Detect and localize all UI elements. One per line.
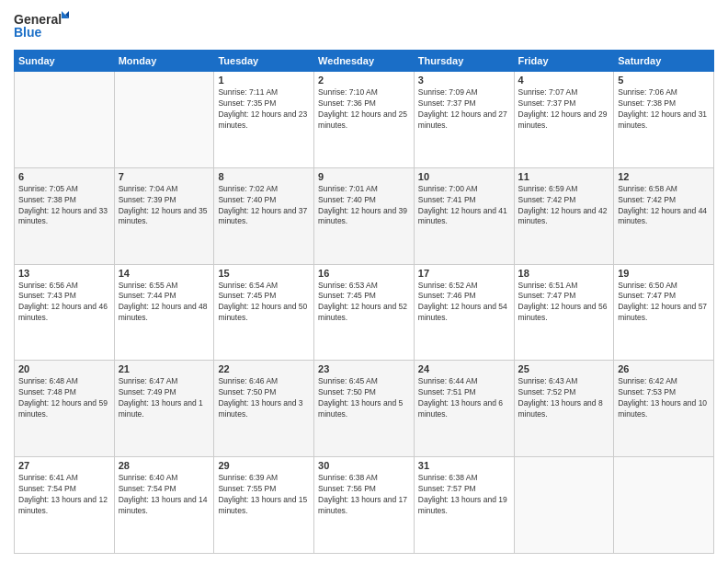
- day-number: 22: [218, 363, 310, 374]
- page: General Blue SundayMondayTuesdayWednesda…: [0, 0, 728, 563]
- day-number: 19: [618, 268, 710, 279]
- calendar-cell: 10Sunrise: 7:00 AM Sunset: 7:41 PM Dayli…: [414, 167, 514, 264]
- calendar-cell: 6Sunrise: 7:05 AM Sunset: 7:38 PM Daylig…: [15, 167, 115, 264]
- calendar-cell: 1Sunrise: 7:11 AM Sunset: 7:35 PM Daylig…: [214, 72, 314, 168]
- day-info: Sunrise: 6:38 AM Sunset: 7:57 PM Dayligh…: [418, 473, 510, 517]
- calendar-cell: 9Sunrise: 7:01 AM Sunset: 7:40 PM Daylig…: [314, 167, 415, 264]
- day-info: Sunrise: 7:06 AM Sunset: 7:38 PM Dayligh…: [618, 87, 710, 132]
- day-info: Sunrise: 6:56 AM Sunset: 7:43 PM Dayligh…: [18, 281, 110, 325]
- day-info: Sunrise: 6:40 AM Sunset: 7:54 PM Dayligh…: [119, 473, 210, 517]
- logo: General Blue: [14, 9, 69, 42]
- calendar-header-thursday: Thursday: [414, 51, 514, 72]
- calendar-cell: 18Sunrise: 6:51 AM Sunset: 7:47 PM Dayli…: [514, 264, 614, 361]
- day-info: Sunrise: 7:00 AM Sunset: 7:41 PM Dayligh…: [418, 184, 510, 228]
- day-number: 14: [119, 268, 210, 279]
- day-info: Sunrise: 6:39 AM Sunset: 7:55 PM Dayligh…: [218, 473, 310, 517]
- day-info: Sunrise: 6:48 AM Sunset: 7:48 PM Dayligh…: [18, 376, 110, 420]
- day-info: Sunrise: 6:41 AM Sunset: 7:54 PM Dayligh…: [18, 473, 110, 517]
- day-number: 31: [418, 460, 510, 471]
- day-info: Sunrise: 6:50 AM Sunset: 7:47 PM Dayligh…: [618, 281, 710, 325]
- calendar-header-monday: Monday: [114, 51, 214, 72]
- calendar-week-row: 20Sunrise: 6:48 AM Sunset: 7:48 PM Dayli…: [15, 361, 714, 457]
- day-info: Sunrise: 6:45 AM Sunset: 7:50 PM Dayligh…: [318, 376, 410, 420]
- calendar: SundayMondayTuesdayWednesdayThursdayFrid…: [14, 50, 714, 554]
- day-number: 3: [418, 75, 510, 86]
- calendar-cell: 20Sunrise: 6:48 AM Sunset: 7:48 PM Dayli…: [15, 361, 115, 457]
- calendar-cell: 13Sunrise: 6:56 AM Sunset: 7:43 PM Dayli…: [15, 264, 115, 361]
- calendar-cell: 2Sunrise: 7:10 AM Sunset: 7:36 PM Daylig…: [314, 72, 415, 168]
- day-number: 24: [418, 363, 510, 374]
- calendar-cell: [15, 72, 115, 168]
- calendar-cell: 31Sunrise: 6:38 AM Sunset: 7:57 PM Dayli…: [414, 457, 514, 554]
- day-number: 18: [518, 268, 610, 279]
- calendar-cell: 4Sunrise: 7:07 AM Sunset: 7:37 PM Daylig…: [514, 72, 614, 168]
- calendar-cell: 29Sunrise: 6:39 AM Sunset: 7:55 PM Dayli…: [214, 457, 314, 554]
- calendar-cell: 26Sunrise: 6:42 AM Sunset: 7:53 PM Dayli…: [614, 361, 714, 457]
- day-number: 26: [618, 363, 710, 374]
- calendar-cell: [114, 72, 214, 168]
- calendar-week-row: 27Sunrise: 6:41 AM Sunset: 7:54 PM Dayli…: [15, 457, 714, 554]
- calendar-header-sunday: Sunday: [15, 51, 115, 72]
- logo-svg: General Blue: [14, 9, 69, 42]
- calendar-week-row: 13Sunrise: 6:56 AM Sunset: 7:43 PM Dayli…: [15, 264, 714, 361]
- calendar-cell: 12Sunrise: 6:58 AM Sunset: 7:42 PM Dayli…: [614, 167, 714, 264]
- calendar-cell: 28Sunrise: 6:40 AM Sunset: 7:54 PM Dayli…: [114, 457, 214, 554]
- day-info: Sunrise: 6:43 AM Sunset: 7:52 PM Dayligh…: [518, 376, 610, 420]
- day-info: Sunrise: 6:47 AM Sunset: 7:49 PM Dayligh…: [119, 376, 210, 420]
- day-number: 23: [318, 363, 410, 374]
- calendar-cell: 7Sunrise: 7:04 AM Sunset: 7:39 PM Daylig…: [114, 167, 214, 264]
- calendar-cell: [614, 457, 714, 554]
- day-number: 25: [518, 363, 610, 374]
- calendar-cell: 30Sunrise: 6:38 AM Sunset: 7:56 PM Dayli…: [314, 457, 415, 554]
- calendar-cell: 19Sunrise: 6:50 AM Sunset: 7:47 PM Dayli…: [614, 264, 714, 361]
- header: General Blue: [14, 9, 714, 42]
- calendar-cell: 16Sunrise: 6:53 AM Sunset: 7:45 PM Dayli…: [314, 264, 415, 361]
- calendar-header-tuesday: Tuesday: [214, 51, 314, 72]
- day-number: 17: [418, 268, 510, 279]
- day-info: Sunrise: 6:54 AM Sunset: 7:45 PM Dayligh…: [218, 281, 310, 325]
- calendar-cell: 11Sunrise: 6:59 AM Sunset: 7:42 PM Dayli…: [514, 167, 614, 264]
- calendar-week-row: 6Sunrise: 7:05 AM Sunset: 7:38 PM Daylig…: [15, 167, 714, 264]
- calendar-header-wednesday: Wednesday: [314, 51, 415, 72]
- day-info: Sunrise: 7:07 AM Sunset: 7:37 PM Dayligh…: [518, 87, 610, 132]
- day-info: Sunrise: 6:53 AM Sunset: 7:45 PM Dayligh…: [318, 281, 410, 325]
- day-number: 5: [618, 75, 710, 86]
- calendar-cell: 21Sunrise: 6:47 AM Sunset: 7:49 PM Dayli…: [114, 361, 214, 457]
- day-info: Sunrise: 7:10 AM Sunset: 7:36 PM Dayligh…: [318, 87, 410, 132]
- day-info: Sunrise: 7:05 AM Sunset: 7:38 PM Dayligh…: [18, 184, 110, 228]
- calendar-cell: 17Sunrise: 6:52 AM Sunset: 7:46 PM Dayli…: [414, 264, 514, 361]
- day-info: Sunrise: 7:04 AM Sunset: 7:39 PM Dayligh…: [119, 184, 210, 228]
- calendar-cell: 24Sunrise: 6:44 AM Sunset: 7:51 PM Dayli…: [414, 361, 514, 457]
- day-number: 11: [518, 171, 610, 182]
- day-info: Sunrise: 6:44 AM Sunset: 7:51 PM Dayligh…: [418, 376, 510, 420]
- calendar-cell: 27Sunrise: 6:41 AM Sunset: 7:54 PM Dayli…: [15, 457, 115, 554]
- calendar-cell: 22Sunrise: 6:46 AM Sunset: 7:50 PM Dayli…: [214, 361, 314, 457]
- day-info: Sunrise: 6:51 AM Sunset: 7:47 PM Dayligh…: [518, 281, 610, 325]
- day-info: Sunrise: 6:38 AM Sunset: 7:56 PM Dayligh…: [318, 473, 410, 517]
- day-number: 27: [18, 460, 110, 471]
- day-info: Sunrise: 6:42 AM Sunset: 7:53 PM Dayligh…: [618, 376, 710, 420]
- day-info: Sunrise: 7:09 AM Sunset: 7:37 PM Dayligh…: [418, 87, 510, 132]
- day-number: 28: [119, 460, 210, 471]
- day-number: 16: [318, 268, 410, 279]
- calendar-header-friday: Friday: [514, 51, 614, 72]
- calendar-cell: 14Sunrise: 6:55 AM Sunset: 7:44 PM Dayli…: [114, 264, 214, 361]
- svg-text:Blue: Blue: [14, 25, 42, 40]
- day-number: 7: [119, 171, 210, 182]
- day-number: 21: [119, 363, 210, 374]
- day-info: Sunrise: 6:59 AM Sunset: 7:42 PM Dayligh…: [518, 184, 610, 228]
- calendar-cell: 8Sunrise: 7:02 AM Sunset: 7:40 PM Daylig…: [214, 167, 314, 264]
- calendar-cell: 5Sunrise: 7:06 AM Sunset: 7:38 PM Daylig…: [614, 72, 714, 168]
- day-number: 4: [518, 75, 610, 86]
- day-number: 6: [18, 171, 110, 182]
- day-number: 12: [618, 171, 710, 182]
- calendar-cell: [514, 457, 614, 554]
- day-number: 9: [318, 171, 410, 182]
- day-info: Sunrise: 6:52 AM Sunset: 7:46 PM Dayligh…: [418, 281, 510, 325]
- day-info: Sunrise: 7:11 AM Sunset: 7:35 PM Dayligh…: [218, 87, 310, 132]
- day-info: Sunrise: 7:01 AM Sunset: 7:40 PM Dayligh…: [318, 184, 410, 228]
- day-number: 15: [218, 268, 310, 279]
- day-number: 10: [418, 171, 510, 182]
- day-number: 20: [18, 363, 110, 374]
- day-number: 2: [318, 75, 410, 86]
